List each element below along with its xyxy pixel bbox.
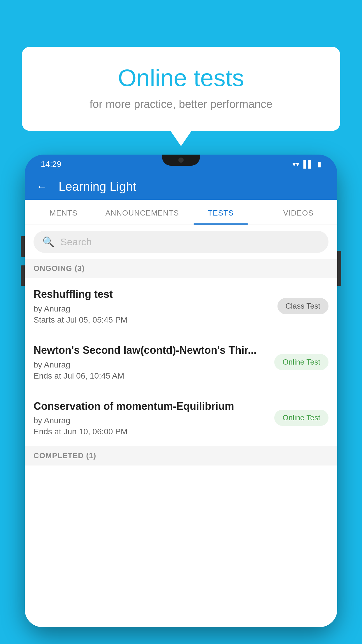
status-time: 14:29 [41,160,61,169]
search-bar[interactable]: 🔍 Search [34,231,328,253]
volume-down-button[interactable] [21,265,25,286]
test-info-reshuffling: Reshuffling test by Anurag Starts at Jul… [34,288,277,325]
tab-announcements[interactable]: ANNOUNCEMENTS [102,200,182,225]
notch [162,155,200,166]
phone-container: 14:29 ▾▾ ▌▌ ▮ ← Learning Light MENTS [25,155,337,644]
front-camera [178,158,184,163]
test-date-conservation: Ends at Jun 10, 06:00 PM [34,427,268,436]
status-icons: ▾▾ ▌▌ ▮ [292,160,321,168]
power-button[interactable] [337,251,341,286]
test-info-conservation: Conservation of momentum-Equilibrium by … [34,400,274,437]
tab-videos[interactable]: VIDEOS [260,200,337,225]
search-input[interactable]: Search [60,236,320,248]
section-completed-header: COMPLETED (1) [25,446,337,466]
test-item-newtons[interactable]: Newton's Second law(contd)-Newton's Thir… [25,334,337,390]
volume-up-button[interactable] [21,236,25,257]
test-name-newtons: Newton's Second law(contd)-Newton's Thir… [34,344,268,357]
section-ongoing-header: ONGOING (3) [25,259,337,278]
badge-online-test-1: Online Test [274,354,328,370]
test-author-reshuffling: by Anurag [34,304,272,314]
search-icon: 🔍 [42,236,55,248]
back-button[interactable]: ← [36,181,47,193]
test-name-conservation: Conservation of momentum-Equilibrium [34,400,268,413]
speech-bubble: Online tests for more practice, better p… [22,47,340,131]
test-date-newtons: Ends at Jul 06, 10:45 AM [34,371,268,381]
screen-content: MENTS ANNOUNCEMENTS TESTS VIDEOS 🔍 Searc… [25,200,337,627]
app-title: Learning Light [59,180,136,194]
test-date-reshuffling: Starts at Jul 05, 05:45 PM [34,315,272,325]
tabs-bar: MENTS ANNOUNCEMENTS TESTS VIDEOS [25,200,337,225]
signal-icon: ▌▌ [303,160,313,168]
app-header: ← Learning Light [25,174,337,200]
phone-frame: 14:29 ▾▾ ▌▌ ▮ ← Learning Light MENTS [25,155,337,627]
test-name-reshuffling: Reshuffling test [34,288,272,301]
tab-ments[interactable]: MENTS [25,200,102,225]
battery-icon: ▮ [317,160,321,168]
status-bar: 14:29 ▾▾ ▌▌ ▮ [25,155,337,174]
wifi-icon: ▾▾ [292,160,299,168]
test-author-newtons: by Anurag [34,360,268,370]
test-info-newtons: Newton's Second law(contd)-Newton's Thir… [34,344,274,381]
badge-class-test: Class Test [277,298,328,314]
bubble-subtitle: for more practice, better performance [45,98,317,111]
badge-online-test-2: Online Test [274,410,328,426]
test-item-conservation[interactable]: Conservation of momentum-Equilibrium by … [25,390,337,446]
tab-tests[interactable]: TESTS [182,200,259,225]
test-author-conservation: by Anurag [34,416,268,425]
bubble-title: Online tests [45,64,317,92]
test-item-reshuffling[interactable]: Reshuffling test by Anurag Starts at Jul… [25,278,337,334]
